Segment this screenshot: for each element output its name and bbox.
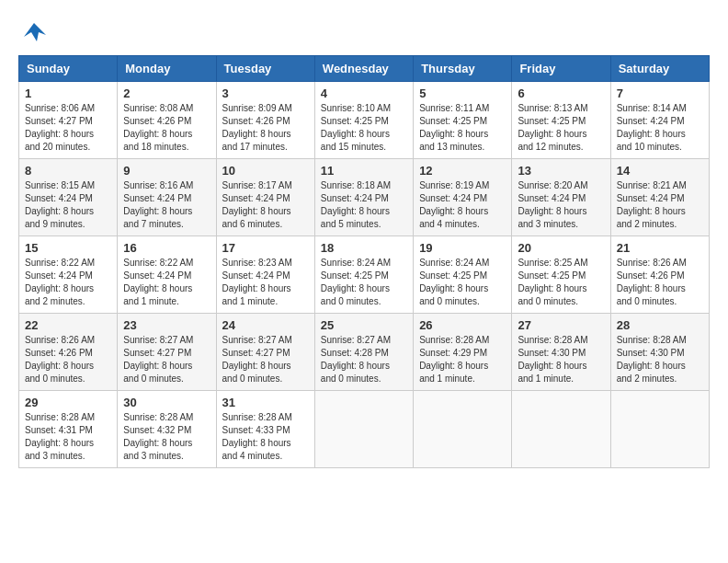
calendar-cell: 27Sunrise: 8:28 AMSunset: 4:30 PMDayligh… <box>512 314 610 391</box>
day-info: Sunrise: 8:19 AMSunset: 4:24 PMDaylight:… <box>419 179 506 231</box>
calendar-cell: 24Sunrise: 8:27 AMSunset: 4:27 PMDayligh… <box>216 314 314 391</box>
day-number: 1 <box>25 86 111 100</box>
weekday-header-monday: Monday <box>118 56 216 82</box>
day-number: 9 <box>123 164 210 178</box>
calendar-cell: 3Sunrise: 8:09 AMSunset: 4:26 PMDaylight… <box>216 82 314 159</box>
day-info: Sunrise: 8:28 AMSunset: 4:32 PMDaylight:… <box>123 411 210 463</box>
calendar-cell: 6Sunrise: 8:13 AMSunset: 4:25 PMDaylight… <box>512 82 610 159</box>
day-info: Sunrise: 8:28 AMSunset: 4:30 PMDaylight:… <box>617 334 703 385</box>
calendar-cell: 22Sunrise: 8:26 AMSunset: 4:26 PMDayligh… <box>19 314 118 391</box>
calendar-table: SundayMondayTuesdayWednesdayThursdayFrid… <box>18 55 710 468</box>
day-number: 17 <box>222 241 309 255</box>
day-number: 16 <box>123 241 210 255</box>
calendar-cell: 29Sunrise: 8:28 AMSunset: 4:31 PMDayligh… <box>19 391 118 468</box>
day-info: Sunrise: 8:25 AMSunset: 4:25 PMDaylight:… <box>518 257 604 308</box>
calendar-cell: 14Sunrise: 8:21 AMSunset: 4:24 PMDayligh… <box>610 159 709 236</box>
day-info: Sunrise: 8:14 AMSunset: 4:24 PMDaylight:… <box>617 102 703 154</box>
weekday-header-friday: Friday <box>512 56 610 82</box>
day-number: 25 <box>321 318 407 332</box>
calendar-cell: 23Sunrise: 8:27 AMSunset: 4:27 PMDayligh… <box>118 314 216 391</box>
calendar-cell: 31Sunrise: 8:28 AMSunset: 4:33 PMDayligh… <box>216 391 314 468</box>
logo <box>18 18 48 46</box>
day-info: Sunrise: 8:23 AMSunset: 4:24 PMDaylight:… <box>222 257 309 308</box>
day-info: Sunrise: 8:09 AMSunset: 4:26 PMDaylight:… <box>222 102 309 154</box>
day-info: Sunrise: 8:18 AMSunset: 4:24 PMDaylight:… <box>321 179 407 231</box>
day-number: 18 <box>321 241 407 255</box>
calendar-cell: 1Sunrise: 8:06 AMSunset: 4:27 PMDaylight… <box>19 82 118 159</box>
day-number: 20 <box>518 241 604 255</box>
calendar-week-row: 15Sunrise: 8:22 AMSunset: 4:24 PMDayligh… <box>19 236 710 314</box>
day-number: 31 <box>222 396 309 409</box>
calendar-cell: 15Sunrise: 8:22 AMSunset: 4:24 PMDayligh… <box>19 236 118 314</box>
day-info: Sunrise: 8:06 AMSunset: 4:27 PMDaylight:… <box>25 102 111 154</box>
weekday-header-sunday: Sunday <box>19 56 118 82</box>
day-number: 23 <box>123 318 210 332</box>
calendar-header-row: SundayMondayTuesdayWednesdayThursdayFrid… <box>19 56 710 82</box>
calendar-cell: 25Sunrise: 8:27 AMSunset: 4:28 PMDayligh… <box>314 314 413 391</box>
calendar-cell: 12Sunrise: 8:19 AMSunset: 4:24 PMDayligh… <box>414 159 512 236</box>
calendar-cell: 26Sunrise: 8:28 AMSunset: 4:29 PMDayligh… <box>414 314 512 391</box>
day-number: 7 <box>617 86 703 100</box>
day-number: 2 <box>123 86 210 100</box>
calendar-cell <box>314 391 413 468</box>
calendar-cell <box>512 391 610 468</box>
day-info: Sunrise: 8:28 AMSunset: 4:30 PMDaylight:… <box>518 334 604 385</box>
day-info: Sunrise: 8:20 AMSunset: 4:24 PMDaylight:… <box>518 179 604 231</box>
calendar-cell: 17Sunrise: 8:23 AMSunset: 4:24 PMDayligh… <box>216 236 314 314</box>
calendar-cell: 8Sunrise: 8:15 AMSunset: 4:24 PMDaylight… <box>19 159 118 236</box>
day-info: Sunrise: 8:22 AMSunset: 4:24 PMDaylight:… <box>123 257 210 308</box>
calendar-cell: 30Sunrise: 8:28 AMSunset: 4:32 PMDayligh… <box>118 391 216 468</box>
day-info: Sunrise: 8:11 AMSunset: 4:25 PMDaylight:… <box>419 102 506 154</box>
calendar-cell: 11Sunrise: 8:18 AMSunset: 4:24 PMDayligh… <box>314 159 413 236</box>
day-info: Sunrise: 8:10 AMSunset: 4:25 PMDaylight:… <box>321 102 407 154</box>
day-info: Sunrise: 8:27 AMSunset: 4:28 PMDaylight:… <box>321 334 407 385</box>
calendar-cell: 19Sunrise: 8:24 AMSunset: 4:25 PMDayligh… <box>414 236 512 314</box>
calendar-cell: 21Sunrise: 8:26 AMSunset: 4:26 PMDayligh… <box>610 236 709 314</box>
day-info: Sunrise: 8:28 AMSunset: 4:29 PMDaylight:… <box>419 334 506 385</box>
day-info: Sunrise: 8:24 AMSunset: 4:25 PMDaylight:… <box>321 257 407 308</box>
calendar-cell: 10Sunrise: 8:17 AMSunset: 4:24 PMDayligh… <box>216 159 314 236</box>
day-number: 24 <box>222 318 309 332</box>
day-info: Sunrise: 8:08 AMSunset: 4:26 PMDaylight:… <box>123 102 210 154</box>
day-number: 26 <box>419 318 506 332</box>
day-info: Sunrise: 8:15 AMSunset: 4:24 PMDaylight:… <box>25 179 111 231</box>
calendar-cell: 28Sunrise: 8:28 AMSunset: 4:30 PMDayligh… <box>610 314 709 391</box>
day-info: Sunrise: 8:27 AMSunset: 4:27 PMDaylight:… <box>123 334 210 385</box>
weekday-header-saturday: Saturday <box>610 56 709 82</box>
weekday-header-tuesday: Tuesday <box>216 56 314 82</box>
weekday-header-wednesday: Wednesday <box>314 56 413 82</box>
calendar-cell: 20Sunrise: 8:25 AMSunset: 4:25 PMDayligh… <box>512 236 610 314</box>
calendar-cell: 5Sunrise: 8:11 AMSunset: 4:25 PMDaylight… <box>414 82 512 159</box>
day-info: Sunrise: 8:26 AMSunset: 4:26 PMDaylight:… <box>617 257 703 308</box>
day-info: Sunrise: 8:17 AMSunset: 4:24 PMDaylight:… <box>222 179 309 231</box>
day-info: Sunrise: 8:13 AMSunset: 4:25 PMDaylight:… <box>518 102 604 154</box>
calendar-cell: 2Sunrise: 8:08 AMSunset: 4:26 PMDaylight… <box>118 82 216 159</box>
calendar-cell: 9Sunrise: 8:16 AMSunset: 4:24 PMDaylight… <box>118 159 216 236</box>
calendar-week-row: 29Sunrise: 8:28 AMSunset: 4:31 PMDayligh… <box>19 391 710 468</box>
calendar-week-row: 22Sunrise: 8:26 AMSunset: 4:26 PMDayligh… <box>19 314 710 391</box>
day-number: 3 <box>222 86 309 100</box>
page-header <box>18 18 710 46</box>
calendar-cell: 18Sunrise: 8:24 AMSunset: 4:25 PMDayligh… <box>314 236 413 314</box>
day-info: Sunrise: 8:28 AMSunset: 4:31 PMDaylight:… <box>25 411 111 463</box>
day-number: 21 <box>617 241 703 255</box>
day-number: 29 <box>25 396 111 409</box>
day-info: Sunrise: 8:21 AMSunset: 4:24 PMDaylight:… <box>617 179 703 231</box>
day-number: 22 <box>25 318 111 332</box>
day-number: 14 <box>617 164 703 178</box>
day-number: 8 <box>25 164 111 178</box>
day-number: 27 <box>518 318 604 332</box>
calendar-cell <box>610 391 709 468</box>
calendar-week-row: 1Sunrise: 8:06 AMSunset: 4:27 PMDaylight… <box>19 82 710 159</box>
day-info: Sunrise: 8:22 AMSunset: 4:24 PMDaylight:… <box>25 257 111 308</box>
day-number: 10 <box>222 164 309 178</box>
logo-bird-icon <box>20 18 48 46</box>
calendar-cell <box>414 391 512 468</box>
day-number: 15 <box>25 241 111 255</box>
day-number: 13 <box>518 164 604 178</box>
day-info: Sunrise: 8:16 AMSunset: 4:24 PMDaylight:… <box>123 179 210 231</box>
day-number: 30 <box>123 396 210 409</box>
day-info: Sunrise: 8:26 AMSunset: 4:26 PMDaylight:… <box>25 334 111 385</box>
day-number: 12 <box>419 164 506 178</box>
calendar-week-row: 8Sunrise: 8:15 AMSunset: 4:24 PMDaylight… <box>19 159 710 236</box>
